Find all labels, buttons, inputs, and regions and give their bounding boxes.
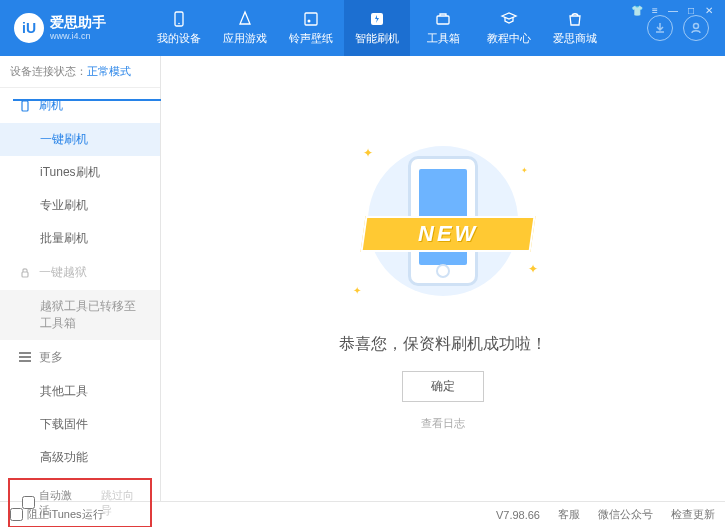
main-content: NEW ✦ ✦ ✦ ✦ 恭喜您，保资料刷机成功啦！ 确定 查看日志 (161, 56, 725, 501)
menu-icon (19, 356, 31, 358)
nav-label: 教程中心 (487, 31, 531, 46)
block-itunes-checkbox[interactable]: 阻止iTunes运行 (10, 507, 104, 522)
svg-point-3 (308, 20, 311, 23)
ribbon-text: NEW (418, 221, 478, 247)
nav-apps[interactable]: 应用游戏 (212, 0, 278, 56)
header-right (647, 15, 717, 41)
nav-my-device[interactable]: 我的设备 (146, 0, 212, 56)
svg-rect-7 (22, 101, 28, 111)
download-button[interactable] (647, 15, 673, 41)
device-icon (170, 10, 188, 28)
nav-tutorial[interactable]: 教程中心 (476, 0, 542, 56)
top-nav: 我的设备 应用游戏 铃声壁纸 智能刷机 工具箱 教程中心 爱思商城 (146, 0, 647, 56)
sidebar-section-jailbreak: 一键越狱 (0, 255, 160, 290)
nav-label: 铃声壁纸 (289, 31, 333, 46)
sidebar-item-download[interactable]: 下载固件 (0, 408, 160, 441)
footer-update[interactable]: 检查更新 (671, 507, 715, 522)
nav-label: 智能刷机 (355, 31, 399, 46)
sidebar-item-itunes[interactable]: iTunes刷机 (0, 156, 160, 189)
nav-label: 爱思商城 (553, 31, 597, 46)
lock-icon (19, 267, 31, 279)
view-log-link[interactable]: 查看日志 (421, 416, 465, 431)
sidebar-section-more[interactable]: 更多 (0, 340, 160, 375)
svg-rect-2 (305, 13, 317, 25)
nav-label: 我的设备 (157, 31, 201, 46)
status-value: 正常模式 (87, 65, 131, 77)
brand-name: 爱思助手 (50, 15, 106, 30)
menu-button[interactable]: ≡ (647, 4, 663, 16)
skin-button[interactable]: 👕 (629, 4, 645, 16)
user-button[interactable] (683, 15, 709, 41)
version-label: V7.98.66 (496, 509, 540, 521)
svg-point-6 (694, 24, 699, 29)
section-label: 一键越狱 (39, 264, 87, 281)
status-label: 设备连接状态： (10, 65, 87, 77)
nav-ringtone[interactable]: 铃声壁纸 (278, 0, 344, 56)
sidebar: 设备连接状态：正常模式 刷机 一键刷机 iTunes刷机 专业刷机 批量刷机 一… (0, 56, 161, 501)
logo-icon: iU (14, 13, 44, 43)
checkbox-label: 跳过向导 (101, 488, 138, 518)
logo: iU 爱思助手 www.i4.cn (8, 13, 146, 43)
nav-flash[interactable]: 智能刷机 (344, 0, 410, 56)
section-label: 更多 (39, 349, 63, 366)
app-header: iU 爱思助手 www.i4.cn 我的设备 应用游戏 铃声壁纸 智能刷机 工具… (0, 0, 725, 56)
toolbox-icon (434, 10, 452, 28)
svg-rect-8 (22, 272, 28, 277)
brand-url: www.i4.cn (50, 31, 106, 41)
tutorial-icon (500, 10, 518, 28)
sidebar-item-oneclick[interactable]: 一键刷机 (0, 123, 160, 156)
window-controls: 👕 ≡ — □ ✕ (629, 4, 717, 16)
nav-toolbox[interactable]: 工具箱 (410, 0, 476, 56)
checkbox-label: 阻止iTunes运行 (27, 507, 104, 522)
store-icon (566, 10, 584, 28)
sidebar-item-batch[interactable]: 批量刷机 (0, 222, 160, 255)
sidebar-item-pro[interactable]: 专业刷机 (0, 189, 160, 222)
footer-support[interactable]: 客服 (558, 507, 580, 522)
success-illustration: NEW ✦ ✦ ✦ ✦ (343, 136, 543, 316)
maximize-button[interactable]: □ (683, 4, 699, 16)
device-status: 设备连接状态：正常模式 (0, 56, 160, 88)
phone-icon (19, 100, 31, 112)
apps-icon (236, 10, 254, 28)
sidebar-item-advanced[interactable]: 高级功能 (0, 441, 160, 474)
sidebar-item-other[interactable]: 其他工具 (0, 375, 160, 408)
sidebar-section-flash[interactable]: 刷机 (0, 88, 160, 123)
nav-label: 工具箱 (427, 31, 460, 46)
minimize-button[interactable]: — (665, 4, 681, 16)
ringtone-icon (302, 10, 320, 28)
nav-label: 应用游戏 (223, 31, 267, 46)
footer-wechat[interactable]: 微信公众号 (598, 507, 653, 522)
flash-icon (368, 10, 386, 28)
svg-point-1 (178, 23, 180, 25)
sidebar-jailbreak-note: 越狱工具已转移至工具箱 (0, 290, 160, 340)
nav-store[interactable]: 爱思商城 (542, 0, 608, 56)
ok-button[interactable]: 确定 (402, 371, 484, 402)
svg-rect-5 (437, 16, 449, 24)
close-button[interactable]: ✕ (701, 4, 717, 16)
success-message: 恭喜您，保资料刷机成功啦！ (339, 334, 547, 355)
